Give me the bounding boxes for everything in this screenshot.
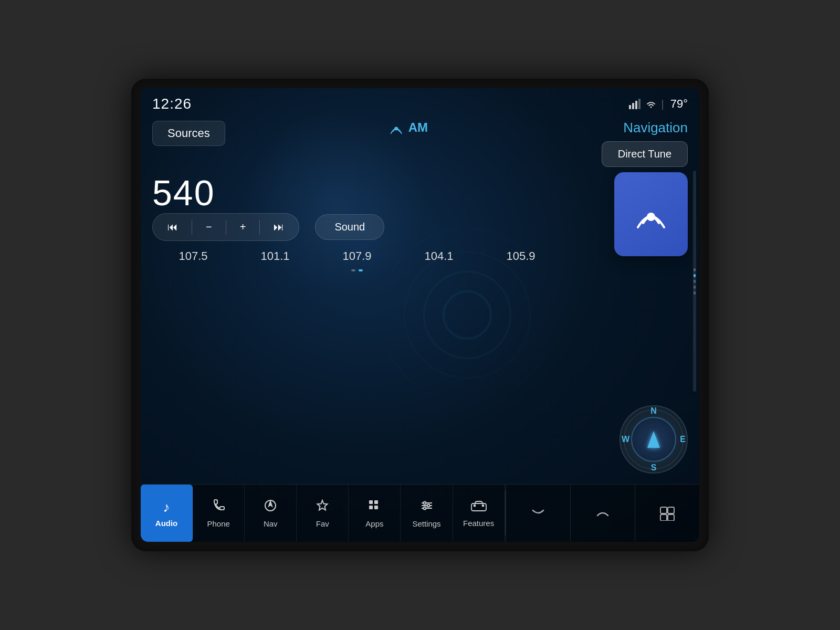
preset-2[interactable]: 101.1 [234,245,316,267]
left-panel: Sources 540 ⏮ − + ⏭ S [152,116,572,484]
preset-5[interactable]: 105.9 [480,245,562,267]
car-display-bezel: 12:26 | [131,79,709,551]
compass: N S E W [620,405,688,474]
svg-point-21 [427,504,429,507]
compass-arrow [647,431,660,448]
features-label: Features [463,519,494,528]
nav-item-features[interactable]: Features [453,485,505,542]
preset-dots [152,269,562,271]
settings-icon [420,499,434,516]
compass-container: N S E W [620,405,688,484]
navigation-label[interactable]: Navigation [572,116,688,136]
down-chevron-button[interactable] [506,485,570,542]
svg-rect-28 [660,514,667,521]
svg-rect-4 [629,105,631,109]
clock: 12:26 [152,96,192,112]
prev-button[interactable]: ⏮ [163,219,182,235]
radio-signal-icon [388,120,404,135]
windows-icon [659,506,675,521]
am-label: AM [388,120,428,135]
windows-button[interactable] [635,485,699,542]
nav-label-bottom: Nav [264,519,278,528]
svg-point-24 [474,505,475,506]
wifi-icon [645,99,657,109]
svg-rect-27 [668,507,674,513]
svg-point-20 [423,501,426,504]
preset-dot-2 [359,269,363,271]
svg-rect-14 [374,500,378,504]
radio-broadcast-icon [633,196,669,233]
features-icon [471,499,487,516]
apps-icon [368,499,381,516]
compass-west: W [622,435,629,444]
temperature-display: 79° [670,97,688,111]
direct-tune-button[interactable]: Direct Tune [602,141,688,167]
audio-icon: ♪ [163,499,170,516]
cellular-signal-icon [629,99,640,109]
fav-label: Fav [316,519,329,528]
controls-sound-row: ⏮ − + ⏭ Sound [152,213,562,241]
minus-button[interactable]: − [202,219,216,235]
bottom-navigation-bar: ♪ Audio Phone Na [141,484,699,542]
svg-rect-7 [638,99,640,109]
down-chevron-icon [530,506,547,521]
svg-rect-15 [369,506,373,509]
playback-controls: ⏮ − + ⏭ [152,213,299,241]
nav-icon [264,499,277,516]
next-button[interactable]: ⏭ [269,219,288,235]
svg-rect-23 [471,503,486,511]
svg-rect-16 [374,506,378,509]
svg-point-25 [482,505,484,506]
preset-4[interactable]: 104.1 [398,245,480,267]
top-bar: 12:26 | [141,88,699,116]
nav-item-settings[interactable]: Settings [401,485,453,542]
plus-button[interactable]: + [236,219,250,235]
svg-marker-12 [318,500,328,510]
radio-card [614,172,688,256]
svg-rect-5 [632,103,634,109]
preset-dot-1 [351,269,355,271]
settings-label: Settings [412,519,440,528]
preset-1[interactable]: 107.5 [152,245,234,267]
infotainment-screen: 12:26 | [141,88,699,542]
scroll-bar[interactable] [693,171,696,392]
nav-item-phone[interactable]: Phone [193,485,245,542]
nav-item-nav[interactable]: Nav [245,485,297,542]
compass-south: S [651,463,657,472]
top-right-info: | 79° [629,97,688,111]
audio-label: Audio [155,519,178,528]
svg-marker-11 [269,501,272,506]
nav-item-apps[interactable]: Apps [349,485,401,542]
phone-label: Phone [207,519,229,528]
svg-rect-13 [369,500,373,504]
sound-button[interactable]: Sound [315,214,384,240]
right-panel: Navigation Direct Tune [572,116,688,484]
apps-label: Apps [365,519,383,528]
preset-3[interactable]: 107.9 [316,245,398,267]
frequency-display: 540 [152,172,562,213]
svg-rect-6 [635,101,637,109]
fav-icon [316,499,329,516]
up-chevron-button[interactable] [570,485,635,542]
nav-item-fav[interactable]: Fav [297,485,349,542]
signal-icons: | [629,98,664,110]
main-content: AM Sources 540 ⏮ − + [141,116,699,484]
compass-center [631,417,676,462]
divider-line: | [662,98,664,110]
phone-icon [212,499,225,516]
nav-item-audio[interactable]: ♪ Audio [141,485,193,542]
svg-rect-26 [660,507,667,513]
presets-row: 107.5 101.1 107.9 104.1 105.9 [152,245,562,267]
compass-north: N [650,406,657,416]
svg-rect-29 [668,514,674,521]
svg-point-22 [423,507,426,509]
sources-button[interactable]: Sources [152,121,225,146]
up-chevron-icon [594,506,611,521]
compass-east: E [680,435,686,444]
